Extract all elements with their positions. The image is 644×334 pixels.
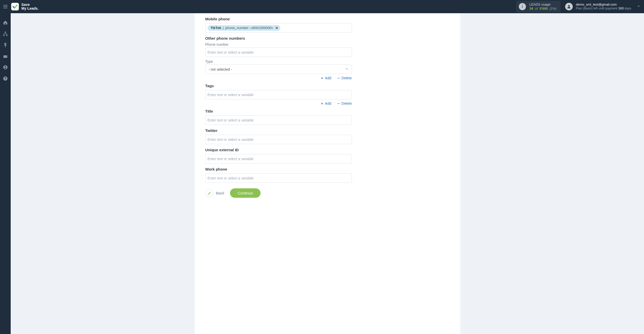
logo-mark <box>11 3 19 10</box>
label-work-phone: Work phone <box>205 167 352 171</box>
user-icon <box>567 4 571 9</box>
label-phone-number: Phone number <box>205 42 352 47</box>
help-icon <box>3 76 8 81</box>
token-tiktok-phone[interactable]: TikTok | phone_number: «8001000000» ✕ <box>208 25 280 31</box>
plus-icon <box>320 77 324 80</box>
select-type[interactable]: - not selected - <box>205 65 352 74</box>
account-text: demo_sml_test@gmail.com Plan |Basic| lef… <box>576 3 631 11</box>
home-icon <box>3 20 8 25</box>
nav-help[interactable] <box>3 76 8 81</box>
sitemap-icon <box>3 31 8 36</box>
label-title: Title <box>205 109 352 113</box>
continue-button[interactable]: Continue <box>230 188 261 198</box>
delete-phone-button[interactable]: Delete <box>337 76 352 80</box>
logo-text: Save My Leads. <box>21 3 39 11</box>
form-card: Mobile phone TikTok | phone_number: «800… <box>195 13 460 334</box>
dollar-icon <box>3 42 8 48</box>
nav-home[interactable] <box>3 20 8 25</box>
nav-connections[interactable] <box>3 31 8 37</box>
input-twitter[interactable]: Enter text or select a variable <box>205 135 352 144</box>
pencil-icon <box>205 189 213 197</box>
minus-icon <box>337 77 340 80</box>
usage-text: LEADS usage: 34 of 5'000 (1%) <box>529 3 557 11</box>
label-type: Type <box>205 59 352 64</box>
hamburger-icon <box>3 4 8 9</box>
input-tags[interactable]: Enter text or select a variable <box>205 90 352 99</box>
svg-rect-5 <box>3 35 5 36</box>
svg-rect-7 <box>4 55 7 58</box>
svg-rect-6 <box>6 35 7 36</box>
user-circle-icon <box>3 65 8 70</box>
label-tags: Tags <box>205 84 352 88</box>
add-phone-button[interactable]: Add <box>320 76 331 80</box>
briefcase-icon <box>3 54 8 59</box>
plus-icon <box>320 102 324 105</box>
menu-toggle[interactable] <box>0 0 11 13</box>
minus-icon <box>337 102 340 105</box>
label-mobile-phone: Mobile phone <box>205 17 352 21</box>
add-tag-button[interactable]: Add <box>320 101 331 105</box>
delete-tag-button[interactable]: Delete <box>337 101 352 105</box>
canvas: Mobile phone TikTok | phone_number: «800… <box>11 13 644 334</box>
topbar: Save My Leads. i LEADS usage: 34 of 5'00… <box>0 0 644 13</box>
svg-point-3 <box>568 5 570 7</box>
input-unique-id[interactable]: Enter text or select a variable <box>205 154 352 163</box>
label-twitter: Twitter <box>205 128 352 133</box>
left-nav <box>0 13 11 334</box>
label-unique-id: Unique external ID <box>205 148 352 152</box>
nav-briefcase[interactable] <box>3 53 8 59</box>
nav-billing[interactable] <box>3 42 8 48</box>
nav-account[interactable] <box>3 65 8 70</box>
back-button[interactable]: Back <box>205 189 224 197</box>
chevron-down-icon <box>637 4 640 9</box>
avatar <box>565 3 573 10</box>
input-phone-number[interactable]: Enter text or select a variable <box>205 48 352 57</box>
check-icon <box>12 4 18 9</box>
svg-rect-4 <box>5 32 6 33</box>
svg-point-9 <box>5 66 6 67</box>
chevron-down-icon <box>345 67 349 71</box>
input-work-phone[interactable]: Enter text or select a variable <box>205 173 352 183</box>
input-title[interactable]: Enter text or select a variable <box>205 115 352 125</box>
label-other-phone: Other phone numbers <box>205 36 352 40</box>
svg-point-11 <box>5 79 6 80</box>
usage-box[interactable]: i LEADS usage: 34 of 5'000 (1%) <box>516 1 561 13</box>
info-icon: i <box>519 3 526 10</box>
token-remove-icon[interactable]: ✕ <box>275 26 278 30</box>
account-menu[interactable]: demo_sml_test@gmail.com Plan |Basic| lef… <box>565 3 640 11</box>
logo[interactable]: Save My Leads. <box>11 3 39 11</box>
input-mobile-phone[interactable]: TikTok | phone_number: «8001000000» ✕ <box>205 23 352 33</box>
